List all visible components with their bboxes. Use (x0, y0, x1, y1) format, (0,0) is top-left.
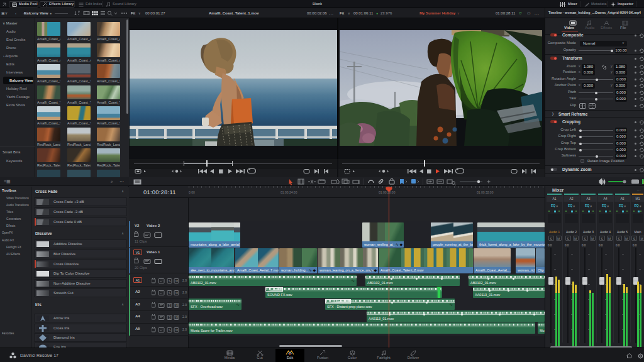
svg-text:M: M (175, 291, 178, 295)
svg-text:M: M (175, 304, 178, 307)
svg-text:S: S (169, 279, 171, 283)
svg-text:M: M (175, 315, 178, 319)
svg-text:S: S (169, 315, 171, 319)
svg-text:M: M (175, 328, 178, 332)
svg-text:S: S (169, 291, 171, 295)
svg-text:S: S (169, 328, 171, 332)
svg-text:M: M (175, 279, 178, 283)
svg-text:S: S (169, 304, 171, 307)
